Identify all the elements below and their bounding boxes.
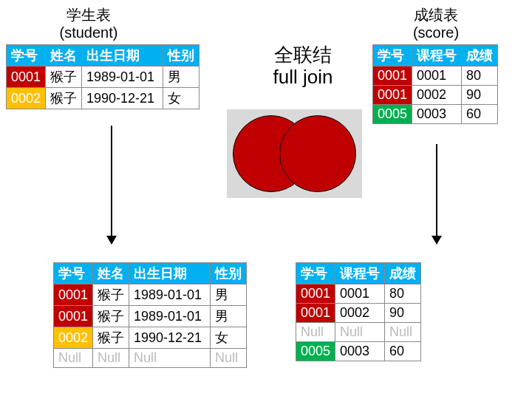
cell-name: 猴子 xyxy=(46,66,82,88)
student-caption: 学生表 (student) xyxy=(44,6,133,41)
student-table-bottom: 学号 姓名 出生日期 性别 0001 猴子 1989-01-01 男 0001 … xyxy=(53,262,247,368)
cell-id: 0001 xyxy=(296,284,335,304)
col-id: 学号 xyxy=(7,45,46,66)
table-header-row: 学号 姓名 出生日期 性别 xyxy=(7,45,200,66)
table-header-row: 学号 课程号 成绩 xyxy=(296,263,421,284)
cell-score: 80 xyxy=(462,66,498,86)
cell-id: 0005 xyxy=(296,342,335,361)
table-row: Null Null Null xyxy=(296,323,421,342)
col-id: 学号 xyxy=(54,263,93,284)
col-score: 成绩 xyxy=(462,45,498,66)
cell-name: 猴子 xyxy=(46,88,82,109)
cell-id: 0005 xyxy=(373,105,412,124)
cell-score: 80 xyxy=(385,284,421,304)
cell-id: 0001 xyxy=(54,306,93,327)
venn-right-circle xyxy=(279,115,356,192)
table-row: 0002 猴子 1990-12-21 女 xyxy=(7,88,200,109)
score-caption: 成绩表 (score) xyxy=(392,6,480,41)
cell-id: 0001 xyxy=(373,66,412,86)
table-header-row: 学号 姓名 出生日期 性别 xyxy=(54,263,247,284)
cell-id: 0002 xyxy=(7,88,46,109)
cell-score: Null xyxy=(385,323,421,342)
cell-name: 猴子 xyxy=(93,306,129,327)
cell-id: 0001 xyxy=(296,304,335,323)
cell-dob: 1989-01-01 xyxy=(129,306,211,327)
cell-sex: 男 xyxy=(211,284,247,306)
cell-id: 0001 xyxy=(7,66,46,88)
cell-dob: 1989-01-01 xyxy=(129,284,211,306)
cell-score: 60 xyxy=(385,342,421,361)
score-table-bottom: 学号 课程号 成绩 0001 0001 80 0001 0002 90 Null… xyxy=(296,262,421,361)
cell-dob: Null xyxy=(129,349,211,368)
cell-course: 0003 xyxy=(412,105,462,124)
col-name: 姓名 xyxy=(93,263,129,284)
table-row: Null Null Null Null xyxy=(54,349,247,368)
cell-course: Null xyxy=(335,323,385,342)
cell-dob: 1990-12-21 xyxy=(82,88,163,109)
table-row: 0002 猴子 1990-12-21 女 xyxy=(54,327,247,349)
score-caption-cn: 成绩表 xyxy=(414,7,458,23)
cell-id: Null xyxy=(54,349,93,368)
table-row: 0005 0003 60 xyxy=(373,105,498,124)
join-title-en: full join xyxy=(273,66,333,88)
table-row: 0001 0002 90 xyxy=(296,304,421,323)
col-score: 成绩 xyxy=(385,263,421,284)
col-course: 课程号 xyxy=(412,45,462,66)
cell-sex: 男 xyxy=(211,306,247,327)
join-title-cn: 全联结 xyxy=(274,44,332,66)
arrow-right xyxy=(436,144,437,244)
join-title: 全联结 full join xyxy=(248,44,358,89)
cell-dob: 1990-12-21 xyxy=(129,327,211,349)
student-table-top: 学号 姓名 出生日期 性别 0001 猴子 1989-01-01 男 0002 … xyxy=(6,44,200,109)
col-dob: 出生日期 xyxy=(82,45,163,66)
table-row: 0005 0003 60 xyxy=(296,342,421,361)
col-sex: 性别 xyxy=(211,263,247,284)
col-course: 课程号 xyxy=(335,263,385,284)
cell-id: 0002 xyxy=(54,327,93,349)
col-dob: 出生日期 xyxy=(129,263,211,284)
cell-score: 60 xyxy=(462,105,498,124)
cell-dob: 1989-01-01 xyxy=(82,66,163,88)
table-row: 0001 0001 80 xyxy=(373,66,498,86)
table-row: 0001 0001 80 xyxy=(296,284,421,304)
cell-name: 猴子 xyxy=(93,284,129,306)
col-name: 姓名 xyxy=(46,45,82,66)
table-header-row: 学号 课程号 成绩 xyxy=(373,45,498,66)
cell-course: 0003 xyxy=(335,342,385,361)
table-row: 0001 猴子 1989-01-01 男 xyxy=(54,306,247,327)
cell-name: Null xyxy=(93,349,129,368)
student-caption-en: (student) xyxy=(60,24,118,41)
cell-id: 0001 xyxy=(373,86,412,105)
table-row: 0001 猴子 1989-01-01 男 xyxy=(7,66,200,88)
cell-course: 0001 xyxy=(412,66,462,86)
cell-score: 90 xyxy=(462,86,498,105)
col-id: 学号 xyxy=(373,45,412,66)
col-id: 学号 xyxy=(296,263,335,284)
cell-sex: Null xyxy=(211,349,247,368)
arrow-left xyxy=(111,126,112,244)
cell-id: 0001 xyxy=(54,284,93,306)
col-sex: 性别 xyxy=(163,45,200,66)
venn-diagram xyxy=(227,109,362,198)
cell-name: 猴子 xyxy=(93,327,129,349)
cell-id: Null xyxy=(296,323,335,342)
cell-course: 0002 xyxy=(335,304,385,323)
cell-sex: 女 xyxy=(163,88,200,109)
cell-sex: 女 xyxy=(211,327,247,349)
student-caption-cn: 学生表 xyxy=(66,7,111,23)
table-row: 0001 猴子 1989-01-01 男 xyxy=(54,284,247,306)
cell-course: 0002 xyxy=(412,86,462,105)
score-table-top: 学号 课程号 成绩 0001 0001 80 0001 0002 90 0005… xyxy=(372,44,498,124)
cell-course: 0001 xyxy=(335,284,385,304)
score-caption-en: (score) xyxy=(413,24,459,41)
table-row: 0001 0002 90 xyxy=(373,86,498,105)
cell-sex: 男 xyxy=(163,66,200,88)
cell-score: 90 xyxy=(385,304,421,323)
